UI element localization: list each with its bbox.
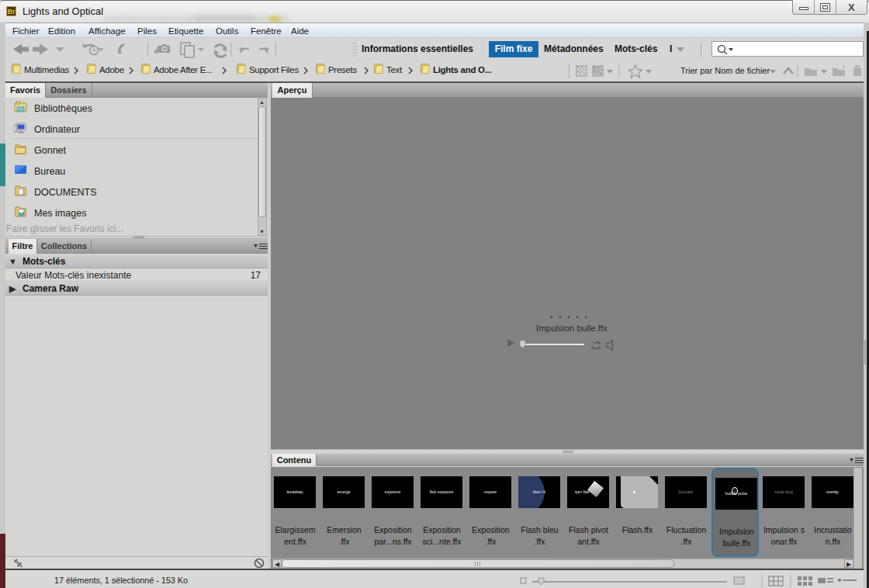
svg-text:Text: Text xyxy=(386,65,403,74)
svg-text:Support Files: Support Files xyxy=(249,65,299,74)
svg-text:Lights and O...: Lights and O... xyxy=(433,65,491,74)
svg-text:Presets: Presets xyxy=(328,65,357,74)
svg-text:Adobe After E...: Adobe After E... xyxy=(154,65,213,74)
svg-text:Multimedias: Multimedias xyxy=(24,65,70,74)
svg-text:Adobe: Adobe xyxy=(99,65,124,74)
